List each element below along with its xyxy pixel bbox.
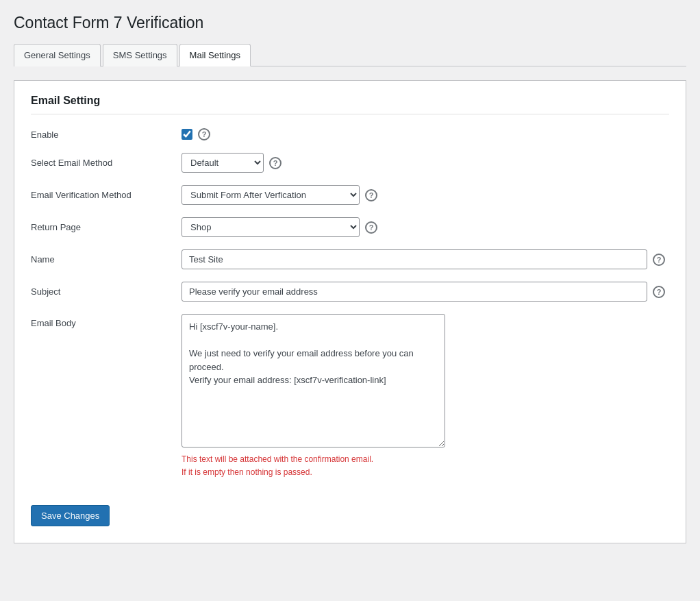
email-body-wrapper: Hi [xscf7v-your-name]. We just need to v… — [182, 314, 445, 479]
email-verification-method-help-icon[interactable]: ? — [365, 189, 377, 201]
name-control: ? — [182, 249, 669, 269]
return-page-dropdown[interactable]: Shop Home Contact — [182, 217, 360, 237]
subject-label: Subject — [31, 286, 182, 297]
tabs-bar: General Settings SMS Settings Mail Setti… — [14, 43, 686, 66]
select-email-method-dropdown[interactable]: Default SMTP SendGrid — [182, 153, 264, 173]
section-title: Email Setting — [31, 95, 669, 114]
tab-general[interactable]: General Settings — [14, 44, 101, 66]
email-body-control: Hi [xscf7v-your-name]. We just need to v… — [182, 314, 669, 479]
enable-control: ? — [182, 128, 669, 140]
email-verification-method-control: Submit Form After Verfication Verify Bef… — [182, 185, 669, 205]
name-label: Name — [31, 254, 182, 265]
email-verification-method-label: Email Verification Method — [31, 190, 182, 200]
subject-row: Subject ? — [31, 282, 669, 302]
tab-mail[interactable]: Mail Settings — [179, 44, 251, 66]
email-body-label: Email Body — [31, 314, 182, 328]
select-email-method-row: Select Email Method Default SMTP SendGri… — [31, 153, 669, 173]
subject-help-icon[interactable]: ? — [653, 286, 665, 298]
return-page-label: Return Page — [31, 222, 182, 232]
enable-help-icon[interactable]: ? — [198, 128, 210, 140]
enable-label: Enable — [31, 130, 182, 140]
page-title: Contact Form 7 Verification — [14, 14, 686, 32]
return-page-row: Return Page Shop Home Contact ? — [31, 217, 669, 237]
email-verification-method-dropdown[interactable]: Submit Form After Verfication Verify Bef… — [182, 185, 360, 205]
select-email-method-label: Select Email Method — [31, 158, 182, 168]
subject-input[interactable] — [182, 282, 647, 302]
email-body-hint: This text will be attached with the conf… — [182, 453, 373, 479]
select-email-method-help-icon[interactable]: ? — [269, 157, 282, 169]
name-help-icon[interactable]: ? — [653, 254, 665, 266]
email-body-row: Email Body Hi [xscf7v-your-name]. We jus… — [31, 314, 669, 479]
subject-control: ? — [182, 282, 669, 302]
settings-card: Email Setting Enable ? Select Email Meth… — [14, 80, 686, 543]
enable-row: Enable ? — [31, 128, 669, 140]
save-button[interactable]: Save Changes — [31, 505, 110, 526]
email-body-textarea[interactable]: Hi [xscf7v-your-name]. We just need to v… — [182, 314, 445, 447]
email-verification-method-row: Email Verification Method Submit Form Af… — [31, 185, 669, 205]
tab-sms[interactable]: SMS Settings — [103, 44, 177, 66]
page-wrapper: Contact Form 7 Verification General Sett… — [0, 0, 700, 571]
return-page-control: Shop Home Contact ? — [182, 217, 669, 237]
select-email-method-control: Default SMTP SendGrid ? — [182, 153, 669, 173]
return-page-help-icon[interactable]: ? — [365, 221, 377, 234]
name-row: Name ? — [31, 249, 669, 269]
enable-checkbox[interactable] — [182, 129, 192, 140]
name-input[interactable] — [182, 249, 647, 269]
